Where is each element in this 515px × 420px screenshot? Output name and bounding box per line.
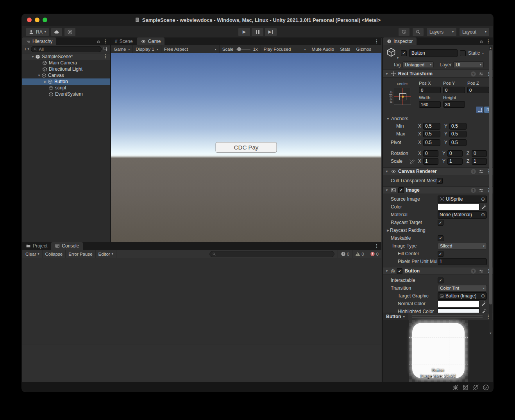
play-button[interactable]: ▶ — [238, 28, 250, 36]
anchor-preset-widget[interactable]: center middle — [388, 81, 419, 114]
presets-icon[interactable] — [479, 169, 484, 174]
debugger-disabled-icon[interactable] — [452, 384, 459, 391]
warning-count-toggle[interactable]: 0 — [352, 250, 367, 258]
anchors-foldout[interactable]: ▼ Anchors — [383, 115, 493, 122]
tab-console[interactable]: Console — [51, 242, 83, 250]
lock-icon[interactable] — [96, 39, 101, 44]
layout-dropdown[interactable]: Layout ▾ — [460, 28, 489, 36]
expand-arrow[interactable]: ▶ — [43, 80, 48, 84]
blueprint-mode-button[interactable] — [476, 107, 483, 113]
fill-center-checkbox[interactable]: ✓ — [438, 251, 443, 257]
account-button[interactable]: RA ▾ — [26, 28, 49, 36]
hierarchy-search-input[interactable]: All — [31, 46, 102, 52]
active-checkbox[interactable]: ✓ — [401, 50, 407, 56]
aspect-dropdown[interactable]: Free Aspect ▾ — [161, 45, 220, 53]
tree-item-eventsystem[interactable]: EventSystem — [22, 91, 110, 97]
plastic-scm-button[interactable] — [64, 28, 75, 36]
help-icon[interactable]: ? — [471, 188, 476, 193]
search-button[interactable] — [413, 28, 424, 36]
image-type-dropdown[interactable]: Sliced ▾ — [438, 243, 487, 249]
gizmos-dropdown[interactable]: Gizmos — [353, 45, 374, 53]
fold-arrow[interactable]: ▼ — [385, 72, 389, 76]
interactable-checkbox[interactable]: ✓ — [438, 278, 443, 283]
play-focused-dropdown[interactable]: Play Focused ▾ — [261, 45, 309, 53]
maskable-checkbox[interactable]: ✓ — [438, 235, 443, 241]
fold-arrow[interactable]: ▼ — [385, 269, 389, 273]
fold-arrow[interactable]: ▶ — [386, 229, 390, 232]
rect-transform-header[interactable]: ▼ Rect Transform ? ⋮ — [383, 70, 493, 78]
kebab-menu-icon[interactable]: ⋮ — [374, 39, 379, 44]
gameobject-icon-dropdown[interactable]: ▾ — [386, 47, 399, 59]
tag-dropdown[interactable]: Untagged ▾ — [402, 61, 434, 68]
presets-icon[interactable] — [479, 269, 484, 274]
normal-color-swatch[interactable] — [438, 301, 479, 307]
pos-x-field[interactable]: 0 — [419, 87, 441, 93]
cache-server-disabled-icon[interactable] — [462, 384, 469, 391]
stats-toggle[interactable]: Stats — [337, 45, 353, 53]
scale-slider[interactable] — [236, 49, 250, 50]
scale-x-field[interactable]: 1 — [423, 158, 438, 165]
tab-project[interactable]: Project — [22, 242, 51, 250]
fold-arrow[interactable]: ▼ — [385, 189, 389, 192]
error-pause-toggle[interactable]: Error Pause — [66, 250, 95, 258]
source-image-field[interactable]: UISprite ⊙ — [438, 196, 487, 203]
scale-slider-knob[interactable] — [237, 47, 241, 51]
pos-z-field[interactable]: 0 — [467, 87, 489, 93]
undo-history-button[interactable] — [399, 28, 409, 36]
layers-dropdown[interactable]: Layers ▾ — [427, 28, 456, 36]
cdc-pay-button[interactable]: CDC Pay — [216, 142, 277, 153]
expand-arrow[interactable]: ▼ — [37, 74, 41, 77]
create-button[interactable]: + ▾ — [24, 46, 29, 52]
cull-transparent-mesh-checkbox[interactable]: ✓ — [437, 178, 443, 184]
tree-item-directional-light[interactable]: Directional Light — [22, 66, 110, 72]
object-picker-icon[interactable]: ⊙ — [481, 293, 485, 299]
tab-game[interactable]: Game — [137, 37, 165, 45]
min-y-field[interactable]: 0.5 — [449, 123, 467, 130]
expand-arrow[interactable]: ▼ — [30, 55, 35, 59]
scale-z-field[interactable]: 1 — [472, 158, 487, 165]
preview-mode-dropdown[interactable]: Button ▾ — [383, 313, 408, 320]
fold-arrow[interactable]: ▼ — [385, 170, 389, 173]
raycast-target-checkbox[interactable]: ✓ — [438, 220, 443, 226]
inspector-scrollbar[interactable]: ▲ ▼ — [489, 46, 492, 335]
min-x-field[interactable]: 0.5 — [423, 123, 440, 130]
pivot-x-field[interactable]: 0.5 — [423, 139, 440, 146]
preview-resize-handle[interactable] — [412, 315, 483, 318]
editor-dropdown[interactable]: Editor ▾ — [96, 250, 116, 258]
rotation-y-field[interactable]: 0 — [447, 150, 463, 157]
pause-button[interactable] — [252, 28, 263, 36]
presets-icon[interactable] — [479, 188, 484, 193]
target-graphic-field[interactable]: Button (Image) ⊙ — [438, 292, 487, 300]
lock-icon[interactable] — [479, 39, 484, 44]
transition-dropdown[interactable]: Color Tint ▾ — [438, 285, 487, 292]
activity-ok-icon[interactable] — [483, 384, 489, 391]
tab-hierarchy[interactable]: Hierarchy — [22, 37, 56, 45]
display-dropdown[interactable]: Display 1 ▾ — [133, 45, 161, 53]
kebab-menu-icon[interactable]: ⋮ — [486, 39, 491, 44]
pivot-y-field[interactable]: 0.5 — [449, 139, 467, 146]
mute-audio-toggle[interactable]: Mute Audio — [309, 45, 338, 53]
minimize-button[interactable] — [35, 18, 39, 22]
presets-icon[interactable] — [479, 71, 484, 77]
max-y-field[interactable]: 0.5 — [449, 131, 467, 137]
close-button[interactable] — [27, 18, 32, 22]
game-mode-dropdown[interactable]: Game ▾ — [111, 45, 133, 53]
gameobject-name-field[interactable]: Button — [409, 49, 458, 57]
height-field[interactable]: 30 — [443, 101, 465, 108]
pos-y-field[interactable]: 0 — [443, 87, 465, 93]
step-button[interactable]: ▶ — [265, 28, 277, 36]
kebab-menu-icon[interactable]: ⋮ — [374, 244, 379, 248]
fold-arrow[interactable]: ▼ — [386, 117, 390, 121]
tree-item-canvas[interactable]: ▼ Canvas — [22, 72, 110, 78]
scale-y-field[interactable]: 1 — [447, 158, 463, 165]
material-field[interactable]: None (Material) ⊙ — [438, 211, 487, 219]
scene-picking-icon[interactable] — [103, 46, 108, 52]
rotation-z-field[interactable]: 0 — [472, 150, 487, 157]
kebab-menu-icon[interactable]: ⋮ — [103, 39, 108, 44]
width-field[interactable]: 160 — [419, 101, 441, 108]
tab-scene[interactable]: # Scene — [111, 37, 137, 45]
help-icon[interactable]: ? — [471, 71, 476, 77]
raycast-padding-row[interactable]: ▶ Raycast Padding — [383, 226, 493, 234]
color-swatch[interactable] — [438, 204, 479, 210]
canvas-renderer-header[interactable]: ▼ Canvas Renderer ? ⋮ — [383, 167, 493, 175]
